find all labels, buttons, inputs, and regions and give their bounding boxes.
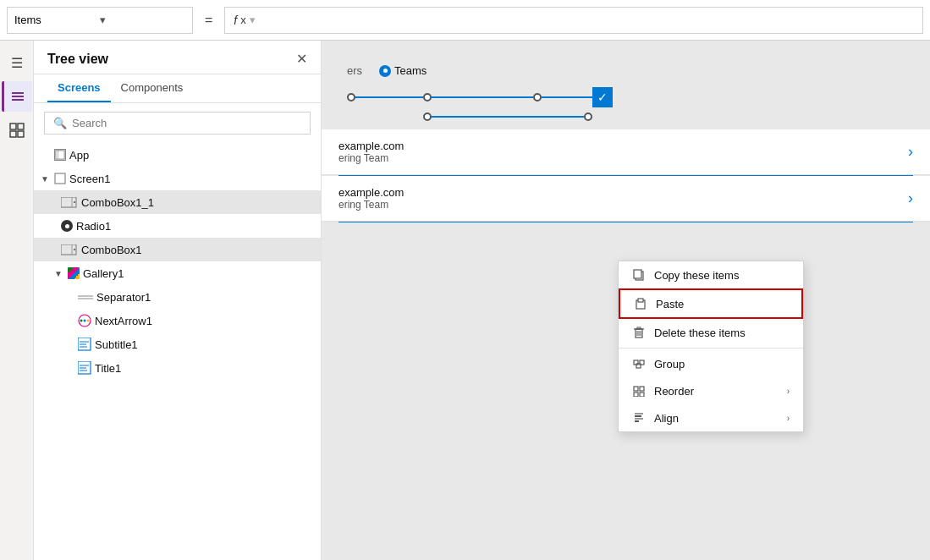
context-menu: Copy these items Paste <box>618 261 804 432</box>
top-bar: Items ▾ = f x ▾ <box>0 0 930 41</box>
canvas-checkbox: ✓ <box>592 87 613 107</box>
context-menu-divider-1 <box>619 348 803 349</box>
svg-rect-50 <box>635 415 641 417</box>
svg-rect-7 <box>56 151 64 159</box>
context-menu-copy[interactable]: Copy these items <box>619 261 803 288</box>
search-input[interactable] <box>72 117 301 129</box>
title-icon <box>78 361 91 375</box>
tree-item-screen1[interactable]: ▼ Screen1 <box>34 167 321 190</box>
tree-item-nextarrow1-label: NextArrow1 <box>95 315 152 327</box>
canvas-chevron-2: › <box>908 189 913 207</box>
canvas-list-item-1: example.com ering Team › <box>322 129 930 175</box>
delete-icon <box>632 326 646 339</box>
tree-item-title1-label: Title1 <box>95 362 121 375</box>
svg-rect-14 <box>61 244 76 255</box>
app-icon <box>54 149 66 161</box>
tree-item-combobox1[interactable]: ComboBox1 <box>34 238 321 261</box>
canvas-area: ers Teams ✓ <box>322 41 930 560</box>
context-menu-delete[interactable]: Delete these items <box>619 319 803 346</box>
tree-item-separator1[interactable]: Separator1 <box>34 285 321 309</box>
canvas-item2-primary: example.com <box>338 186 404 199</box>
svg-rect-48 <box>640 393 644 397</box>
tree-item-radio1-label: Radio1 <box>76 220 111 233</box>
canvas-radio-label-other: ers <box>347 64 362 77</box>
tree-item-subtitle1-label: Subtitle1 <box>95 338 138 351</box>
align-icon <box>632 411 646 425</box>
tab-screens[interactable]: Screens <box>47 74 111 102</box>
screen-icon <box>54 173 66 184</box>
reorder-submenu-arrow-icon: › <box>787 387 790 396</box>
main-area: ☰ Tree view ✕ Screens Components <box>0 41 930 560</box>
tree-item-title1[interactable]: Title1 <box>34 356 321 380</box>
fx-icon: f <box>234 14 237 27</box>
svg-rect-35 <box>638 299 643 302</box>
svg-point-22 <box>84 320 86 322</box>
tree-tabs: Screens Components <box>34 74 321 103</box>
dropdown-arrow-icon: ▾ <box>100 14 185 26</box>
svg-rect-10 <box>61 197 76 207</box>
copy-icon <box>632 268 646 282</box>
separator-icon <box>78 293 93 301</box>
equals-sign: = <box>200 13 217 28</box>
canvas-radio-teams-label: Teams <box>394 64 426 77</box>
svg-rect-1 <box>12 96 24 97</box>
canvas-item2-secondary: ering Team <box>338 199 404 211</box>
layers-icon[interactable] <box>2 81 32 112</box>
context-menu-group[interactable]: Group <box>619 350 803 377</box>
reorder-icon <box>632 384 646 398</box>
components-icon[interactable] <box>2 115 32 145</box>
canvas-list: example.com ering Team › example.com eri… <box>322 129 930 222</box>
context-menu-align-label: Align <box>654 412 779 425</box>
tree-panel-title: Tree view <box>47 52 108 67</box>
tree-item-combobox1_1[interactable]: ComboBox1_1 <box>34 190 321 214</box>
tree-item-app[interactable]: App <box>34 143 321 167</box>
svg-rect-6 <box>18 131 24 137</box>
context-menu-delete-label: Delete these items <box>654 327 790 339</box>
tree-item-nextarrow1[interactable]: NextArrow1 <box>34 309 321 332</box>
svg-rect-52 <box>635 420 639 422</box>
tree-item-subtitle1[interactable]: Subtitle1 <box>34 332 321 356</box>
formula-bar[interactable]: f x ▾ <box>224 7 923 34</box>
gallery1-expand-arrow: ▼ <box>54 269 64 278</box>
svg-rect-45 <box>634 387 638 391</box>
paste-icon <box>634 297 647 310</box>
tree-item-gallery1[interactable]: ▼ Gallery1 <box>34 261 321 285</box>
svg-rect-9 <box>55 173 65 184</box>
tree-panel: Tree view ✕ Screens Components 🔍 <box>34 41 322 560</box>
align-submenu-arrow-icon: › <box>787 414 790 423</box>
hamburger-menu-icon[interactable]: ☰ <box>2 47 32 78</box>
radio-icon <box>61 220 73 232</box>
context-menu-paste[interactable]: Paste <box>619 288 803 319</box>
canvas-item1-secondary: ering Team <box>338 152 404 164</box>
fx-x: x <box>240 14 246 26</box>
tree-item-combobox1-label: ComboBox1 <box>81 244 142 256</box>
canvas-item1-primary: example.com <box>338 140 404 152</box>
combobox-icon <box>61 197 78 208</box>
tree-item-screen1-label: Screen1 <box>69 173 110 185</box>
svg-rect-46 <box>640 387 644 391</box>
tree-item-gallery1-label: Gallery1 <box>83 267 124 280</box>
canvas-chevron-1: › <box>908 143 913 161</box>
tree-item-radio1[interactable]: Radio1 <box>34 214 321 238</box>
canvas-list-item-2: example.com ering Team › <box>322 176 930 222</box>
svg-rect-5 <box>10 131 16 137</box>
canvas-radio-teams: Teams <box>379 64 426 77</box>
svg-point-23 <box>87 320 90 322</box>
svg-rect-2 <box>12 99 24 101</box>
context-menu-align[interactable]: Align › <box>619 404 803 431</box>
context-menu-reorder[interactable]: Reorder › <box>619 377 803 404</box>
context-menu-paste-label: Paste <box>656 298 788 310</box>
search-icon: 🔍 <box>53 117 67 129</box>
items-dropdown-label: Items <box>14 14 100 26</box>
tree-item-separator1-label: Separator1 <box>96 291 151 304</box>
svg-rect-0 <box>12 92 24 94</box>
tab-components[interactable]: Components <box>111 74 194 102</box>
svg-rect-38 <box>637 327 641 329</box>
gallery-icon <box>68 267 80 279</box>
search-box: 🔍 <box>44 112 311 135</box>
svg-point-21 <box>80 320 83 322</box>
svg-rect-3 <box>10 124 16 129</box>
close-tree-panel-button[interactable]: ✕ <box>296 51 307 67</box>
items-dropdown[interactable]: Items ▾ <box>7 7 193 34</box>
tree-item-app-label: App <box>69 149 89 162</box>
